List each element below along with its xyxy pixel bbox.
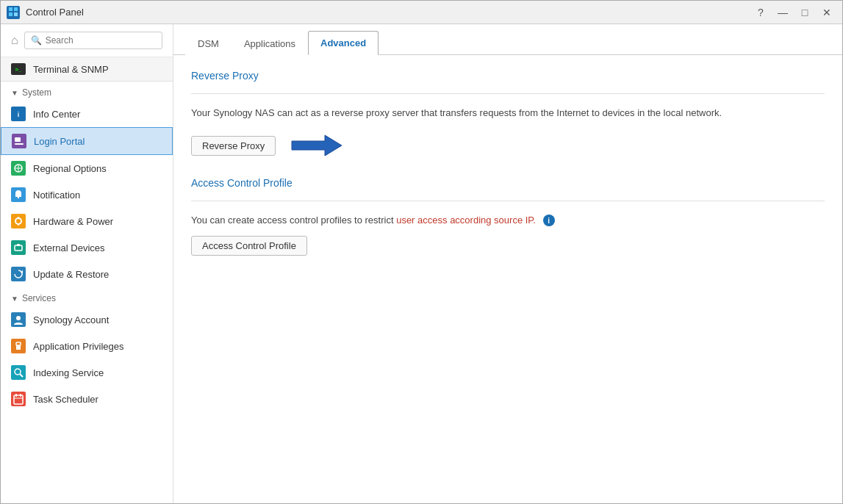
- divider-2: [191, 201, 825, 201]
- close-button[interactable]: ✕: [817, 5, 836, 20]
- svg-rect-8: [15, 143, 24, 145]
- svg-rect-0: [9, 7, 12, 11]
- titlebar-left: Control Panel: [7, 6, 84, 19]
- window-title: Control Panel: [26, 7, 84, 18]
- notification-label: Notification: [33, 190, 80, 201]
- access-control-title: Access Control Profile: [191, 177, 825, 189]
- search-input[interactable]: [46, 35, 156, 46]
- svg-rect-3: [14, 12, 18, 16]
- reverse-proxy-desc: Your Synology NAS can act as a reverse p…: [191, 106, 825, 120]
- regional-label: Regional Options: [33, 163, 107, 174]
- app-icon-text: [8, 7, 18, 18]
- minimize-button[interactable]: —: [773, 5, 792, 20]
- sidebar-item-hardware[interactable]: Hardware & Power: [1, 208, 173, 234]
- sidebar-item-task-scheduler[interactable]: Task Scheduler: [1, 386, 173, 412]
- svg-rect-7: [15, 137, 21, 142]
- login-portal-icon: [12, 134, 26, 148]
- svg-rect-2: [9, 12, 12, 16]
- main-content: DSM Applications Advanced Reverse Proxy …: [173, 24, 842, 503]
- info-tooltip-icon[interactable]: i: [543, 215, 555, 226]
- update-icon: [11, 267, 26, 281]
- sidebar: ⌂ 🔍 >_ Terminal & SNMP ▼ System: [1, 24, 173, 503]
- login-portal-label: Login Portal: [34, 136, 85, 147]
- sidebar-item-regional[interactable]: Regional Options: [1, 155, 173, 181]
- svg-rect-1: [14, 7, 18, 11]
- external-label: External Devices: [33, 242, 105, 253]
- hardware-icon: [11, 214, 26, 228]
- window-controls: ? — □ ✕: [751, 5, 836, 20]
- sidebar-item-indexing[interactable]: Indexing Service: [1, 359, 173, 386]
- home-icon: ⌂: [11, 34, 18, 47]
- titlebar: Control Panel ? — □ ✕: [1, 1, 842, 24]
- terminal-label: Terminal & SNMP: [33, 64, 109, 75]
- terminal-icon: >_: [11, 63, 26, 75]
- svg-marker-37: [292, 135, 342, 156]
- tab-dsm[interactable]: DSM: [185, 32, 232, 55]
- update-label: Update & Restore: [33, 269, 109, 280]
- maximize-button[interactable]: □: [795, 5, 814, 20]
- sidebar-item-login-portal[interactable]: Login Portal: [1, 127, 173, 155]
- sidebar-item-external[interactable]: External Devices: [1, 234, 173, 261]
- advanced-content: Reverse Proxy Your Synology NAS can act …: [173, 55, 842, 503]
- access-control-desc: You can create access control profiles t…: [191, 213, 825, 228]
- reverse-proxy-desc-text: Your Synology NAS can act as a reverse p…: [191, 107, 722, 118]
- tab-advanced[interactable]: Advanced: [308, 31, 379, 55]
- services-arrow: ▼: [11, 295, 18, 303]
- svg-rect-15: [11, 214, 26, 228]
- arrow-annotation: [284, 129, 343, 162]
- section-system[interactable]: ▼ System: [1, 82, 173, 101]
- synology-account-label: Synology Account: [33, 314, 109, 325]
- sidebar-item-info-center[interactable]: i Info Center: [1, 101, 173, 127]
- access-control-desc-highlight: user access according source IP.: [396, 215, 536, 226]
- sidebar-home[interactable]: ⌂ 🔍: [1, 24, 173, 57]
- svg-point-25: [16, 316, 21, 320]
- divider-1: [191, 93, 825, 94]
- synology-account-icon: [11, 312, 26, 327]
- search-box: 🔍: [24, 32, 162, 49]
- help-button[interactable]: ?: [751, 5, 770, 20]
- hardware-label: Hardware & Power: [33, 216, 113, 227]
- access-control-desc-text1: You can create access control profiles t…: [191, 215, 396, 226]
- sidebar-item-notification[interactable]: Notification: [1, 181, 173, 208]
- app-privileges-label: Application Privileges: [33, 341, 124, 352]
- task-scheduler-icon: [11, 392, 26, 406]
- app-icon: [7, 6, 20, 19]
- sidebar-item-terminal[interactable]: >_ Terminal & SNMP: [1, 57, 173, 82]
- app-window: Control Panel ? — □ ✕ ⌂ 🔍 >_: [0, 0, 843, 504]
- task-scheduler-label: Task Scheduler: [33, 394, 98, 405]
- arrow-svg: [284, 129, 343, 162]
- search-icon: 🔍: [31, 35, 42, 46]
- svg-rect-22: [11, 267, 26, 281]
- services-label: Services: [22, 293, 56, 303]
- tab-applications[interactable]: Applications: [232, 32, 308, 55]
- tab-bar: DSM Applications Advanced: [173, 24, 842, 55]
- notification-icon: [11, 187, 26, 202]
- sidebar-item-app-privileges[interactable]: Application Privileges: [1, 333, 173, 359]
- svg-rect-21: [17, 244, 20, 246]
- section-label: System: [22, 87, 51, 98]
- svg-rect-29: [11, 365, 26, 380]
- sidebar-item-update[interactable]: Update & Restore: [1, 261, 173, 287]
- indexing-label: Indexing Service: [33, 367, 104, 378]
- svg-rect-19: [11, 240, 26, 255]
- section-arrow: ▼: [11, 89, 18, 97]
- info-center-icon: i: [11, 107, 26, 121]
- svg-rect-14: [18, 197, 19, 198]
- svg-rect-28: [16, 345, 21, 350]
- regional-icon: [11, 161, 26, 176]
- reverse-proxy-button[interactable]: Reverse Proxy: [191, 136, 276, 156]
- access-control-button[interactable]: Access Control Profile: [191, 236, 307, 256]
- indexing-icon: [11, 365, 26, 380]
- app-privileges-icon: [11, 339, 26, 353]
- content-area: ⌂ 🔍 >_ Terminal & SNMP ▼ System: [1, 24, 842, 503]
- reverse-proxy-title: Reverse Proxy: [191, 70, 825, 82]
- sidebar-item-synology-account[interactable]: Synology Account: [1, 306, 173, 333]
- external-icon: [11, 240, 26, 255]
- section-services[interactable]: ▼ Services: [1, 287, 173, 306]
- info-center-label: Info Center: [33, 109, 80, 120]
- svg-text:i: i: [18, 111, 20, 118]
